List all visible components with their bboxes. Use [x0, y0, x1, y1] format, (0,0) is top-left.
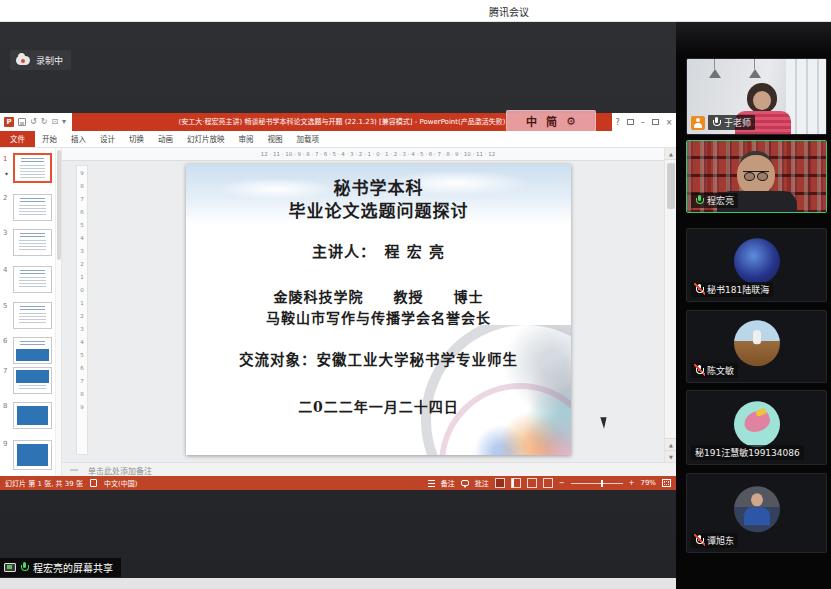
cloud-recording-icon	[16, 56, 30, 65]
reading-view-button[interactable]	[527, 478, 537, 488]
powerpoint-status-bar: 幻灯片 第 1 张, 共 39 张 中文(中国) 备注 批注 − +	[0, 476, 676, 490]
ime-mode[interactable]: 简	[546, 113, 557, 129]
tab-review[interactable]: 审阅	[232, 131, 261, 147]
tab-insert[interactable]: 插入	[64, 131, 93, 147]
close-button[interactable]: ×	[666, 118, 673, 127]
help-button[interactable]: ?	[616, 118, 620, 127]
scrollbar-thumb[interactable]	[667, 163, 675, 209]
lamp-decor	[709, 69, 721, 78]
sharer-mic-icon	[20, 562, 29, 573]
zoom-slider[interactable]	[571, 483, 623, 484]
powerpoint-logo-icon: P	[4, 117, 14, 127]
video-tile[interactable]: 陈文敏	[686, 310, 827, 383]
tab-slideshow[interactable]: 幻灯片放映	[180, 131, 232, 147]
slide-thumbnail-4[interactable]	[13, 266, 52, 293]
slide-thumbnail-5[interactable]	[13, 302, 52, 329]
screen-share-icon	[4, 563, 16, 572]
comments-icon[interactable]	[461, 480, 469, 486]
vertical-ruler: 9876543210123456789	[76, 165, 88, 455]
meeting-shared-screen-area: 录制中 P ↺ ↻ ⊡ ▾ (安工大·程宏亮主讲) 畅谈秘书学本科论文选题与开题…	[0, 22, 676, 589]
avatar	[734, 486, 780, 532]
mouse-cursor	[600, 415, 609, 428]
powerpoint-window: P ↺ ↻ ⊡ ▾ (安工大·程宏亮主讲) 畅谈秘书学本科论文选题与开题 (22…	[0, 113, 676, 490]
language-indicator[interactable]: 中文(中国)	[104, 478, 137, 488]
avatar	[734, 238, 780, 284]
slide-thumbnail-7[interactable]	[13, 367, 52, 394]
slide-thumbnail-2[interactable]	[13, 194, 52, 221]
slide-thumbnail-3[interactable]	[13, 229, 52, 256]
tab-home[interactable]: 开始	[35, 131, 64, 147]
ribbon-display-options-button[interactable]	[627, 119, 634, 125]
video-tile[interactable]: 秘191汪慧敏199134086	[686, 390, 827, 465]
quick-access-toolbar: P ↺ ↻ ⊡ ▾	[0, 113, 72, 131]
tab-animations[interactable]: 动画	[151, 131, 180, 147]
mic-muted-icon	[695, 535, 704, 546]
canvas-scrollbar[interactable]: ▲ ▲ ▼	[664, 148, 676, 462]
mic-on-icon	[712, 117, 721, 128]
current-slide[interactable]: 秘书学本科 毕业论文选题问题探讨 主讲人： 程 宏 亮 金陵科技学院 教授 博士…	[186, 164, 571, 455]
minimize-button[interactable]: –	[641, 118, 645, 127]
comments-toggle-label[interactable]: 批注	[475, 478, 489, 488]
zoom-level[interactable]: 79%	[640, 479, 656, 487]
slide-title-line-1: 秘书学本科	[186, 174, 571, 199]
slide-sorter-view-button[interactable]	[511, 478, 521, 488]
slide-audience-line: 交流对象：安徽工业大学秘书学专业师生	[186, 348, 571, 369]
participants-sidebar: 于老师 程宏亮 秘书181陆联海 陈文敏 秘19	[676, 22, 831, 589]
slide-affiliation-line-2: 马鞍山市写作与传播学会名誉会长	[186, 307, 571, 327]
slide-thumbnails-panel: 1 ✦ 2 3 4 5 6 7 8 9	[0, 148, 62, 476]
video-tile[interactable]: 程宏亮	[686, 140, 827, 213]
customize-toolbar-icon[interactable]: ▾	[62, 113, 66, 131]
tab-transitions[interactable]: 切换	[122, 131, 151, 147]
notes-toggle-label[interactable]: 备注	[441, 478, 455, 488]
tab-view[interactable]: 视图	[261, 131, 290, 147]
thumbnail-number: 1	[3, 155, 7, 163]
tab-design[interactable]: 设计	[93, 131, 122, 147]
slide-thumbnail-8[interactable]	[13, 402, 52, 429]
start-slideshow-icon[interactable]: ⊡	[51, 113, 58, 131]
video-tile[interactable]: 谭旭东	[686, 473, 827, 553]
thumbnail-number: 7	[3, 367, 7, 375]
app-title: 腾讯会议	[489, 4, 529, 19]
ribbon-tabs: 文件 开始 插入 设计 切换 动画 幻灯片放映 审阅 视图 加载项	[0, 131, 676, 148]
restore-button[interactable]	[652, 119, 659, 125]
notes-resize-handle[interactable]	[70, 469, 78, 471]
slide-thumbnail-9[interactable]	[13, 440, 52, 470]
participant-name: 陈文敏	[707, 364, 734, 377]
slide-counter: 幻灯片 第 1 张, 共 39 张	[5, 478, 83, 488]
screen-share-label: 程宏亮的屏幕共享	[33, 560, 113, 575]
thumbnails-scrollbar[interactable]	[55, 148, 62, 476]
slide-thumbnail-1[interactable]	[13, 153, 52, 183]
zoom-in-button[interactable]: +	[629, 479, 635, 487]
video-tile[interactable]: 秘书181陆联海	[686, 228, 827, 302]
notes-placeholder: 单击此处添加备注	[88, 465, 152, 476]
ime-settings-gear-icon[interactable]: ⚙	[566, 115, 576, 128]
notes-pane[interactable]: 单击此处添加备注	[62, 462, 676, 476]
normal-view-button[interactable]	[495, 478, 505, 488]
zoom-slider-thumb[interactable]	[601, 480, 603, 487]
tab-addins[interactable]: 加载项	[290, 131, 327, 147]
thumbnail-number: 4	[3, 266, 7, 274]
input-method-overlay[interactable]: 中 简 ⚙	[506, 110, 596, 132]
tab-file[interactable]: 文件	[0, 131, 35, 147]
undo-icon[interactable]: ↺	[30, 113, 37, 131]
slide-date-line: 二0二二年一月二十四日	[186, 396, 571, 416]
bottom-strip	[0, 578, 676, 589]
horizontal-ruler: 12 · 11 · 10 · 9 · 8 · 7 · 6 · 5 · 4 · 3…	[62, 148, 664, 161]
mic-muted-icon	[695, 284, 704, 295]
zoom-out-button[interactable]: −	[559, 479, 565, 487]
participant-name: 程宏亮	[707, 194, 734, 207]
fit-to-window-button[interactable]	[662, 479, 671, 487]
slide-decorative-swirl	[416, 325, 571, 455]
ime-language[interactable]: 中	[526, 113, 537, 129]
slideshow-view-button[interactable]	[543, 478, 553, 488]
save-icon[interactable]	[18, 118, 26, 126]
recording-label: 录制中	[36, 54, 63, 67]
participant-name: 于老师	[724, 116, 751, 129]
slide-thumbnail-6[interactable]	[13, 337, 52, 364]
video-tile[interactable]: 于老师	[686, 58, 827, 135]
os-title-bar: 腾讯会议	[0, 0, 831, 22]
notes-icon[interactable]	[428, 480, 435, 487]
spellcheck-icon[interactable]	[90, 479, 97, 487]
redo-icon[interactable]: ↻	[41, 113, 48, 131]
thumbnail-number: 2	[3, 194, 7, 202]
